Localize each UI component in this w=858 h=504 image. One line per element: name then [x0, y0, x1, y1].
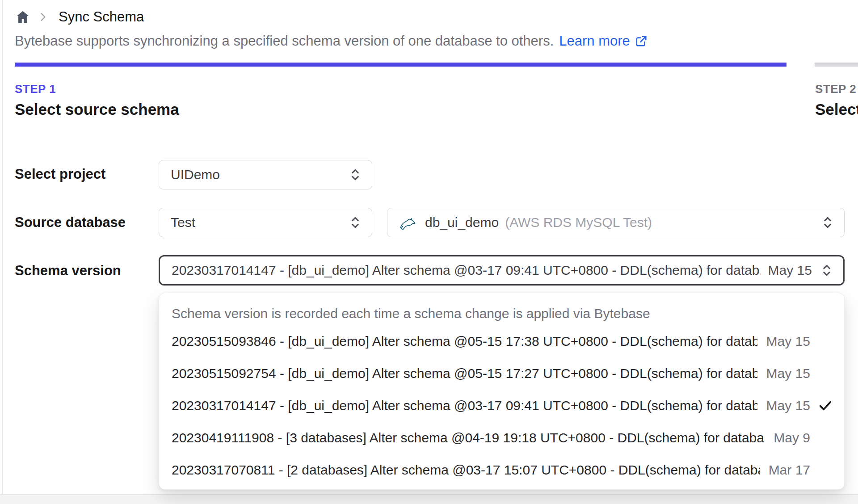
option-date: May 15 [766, 366, 810, 381]
mysql-icon [399, 214, 417, 231]
step-1-label: STEP 1 [15, 82, 179, 96]
schema-version-select-date: May 15 [768, 263, 812, 278]
learn-more-label: Learn more [559, 33, 630, 49]
progress-bar-step2 [815, 63, 858, 67]
check-icon [810, 430, 833, 446]
step-2-label: STEP 2 [815, 82, 858, 96]
option-date: Mar 17 [769, 462, 810, 478]
progress-bar-step1 [15, 63, 786, 67]
sync-schema-page: Sync Schema Bytebase supports synchroniz… [0, 0, 858, 504]
option-text: 20230419111908 - [3 databases] Alter sch… [172, 430, 765, 445]
check-icon [810, 462, 833, 478]
chevron-up-down-icon [820, 263, 833, 278]
check-icon [810, 398, 833, 414]
schema-version-option[interactable]: 20230515093846 - [db_ui_demo] Alter sche… [159, 325, 844, 357]
select-project-label: Select project [15, 166, 105, 182]
environment-select[interactable]: Test [159, 208, 372, 237]
schema-version-option[interactable]: 20230317014147 - [db_ui_demo] Alter sche… [159, 390, 844, 422]
chevron-up-down-icon [349, 167, 362, 182]
schema-version-select-value: 20230317014147 - [db_ui_demo] Alter sche… [172, 263, 761, 278]
step-1: STEP 1 Select source schema [15, 82, 179, 118]
project-select[interactable]: UIDemo [159, 160, 372, 189]
chevron-up-down-icon [349, 215, 362, 230]
database-select-detail: (AWS RDS MySQL Test) [505, 215, 821, 230]
home-icon[interactable] [15, 9, 31, 25]
schema-version-option[interactable]: 20230515092754 - [db_ui_demo] Alter sche… [159, 357, 844, 390]
step-2-title: Select t [815, 101, 858, 118]
schema-version-dropdown: Schema version is recorded each time a s… [159, 293, 845, 490]
option-text: 20230515093846 - [db_ui_demo] Alter sche… [172, 334, 757, 349]
chevron-up-down-icon [821, 215, 834, 230]
schema-version-option-list: 20230515093846 - [db_ui_demo] Alter sche… [159, 325, 844, 486]
schema-version-label: Schema version [15, 263, 121, 279]
database-select[interactable]: db_ui_demo (AWS RDS MySQL Test) [387, 208, 845, 237]
option-text: 20230317070811 - [2 databases] Alter sch… [172, 462, 760, 478]
step-1-title: Select source schema [15, 101, 179, 118]
option-date: May 9 [774, 430, 810, 445]
project-select-value: UIDemo [171, 167, 349, 182]
schema-version-option[interactable]: 20230317070811 - [2 databases] Alter sch… [159, 454, 844, 486]
option-text: 20230317014147 - [db_ui_demo] Alter sche… [172, 398, 757, 413]
environment-select-value: Test [171, 215, 349, 230]
option-date: May 15 [766, 398, 810, 413]
source-database-label: Source database [15, 214, 126, 231]
bottom-section-edge [0, 494, 858, 504]
check-icon [810, 333, 833, 349]
breadcrumb: Sync Schema [15, 7, 144, 27]
dropdown-hint-text: Schema version is recorded each time a s… [159, 302, 844, 325]
content-left-divider [2, 0, 3, 504]
page-title: Sync Schema [59, 9, 144, 25]
schema-version-select[interactable]: 20230317014147 - [db_ui_demo] Alter sche… [159, 255, 845, 286]
page-description: Bytebase supports synchronizing a specif… [15, 33, 648, 49]
schema-version-option[interactable]: 20230419111908 - [3 databases] Alter sch… [159, 422, 844, 454]
database-select-value: db_ui_demo [425, 215, 499, 230]
option-date: May 15 [766, 334, 810, 349]
chevron-right-icon [37, 11, 49, 23]
check-icon [810, 365, 833, 382]
description-text: Bytebase supports synchronizing a specif… [15, 33, 554, 49]
option-text: 20230515092754 - [db_ui_demo] Alter sche… [172, 366, 757, 381]
external-link-icon [635, 34, 648, 48]
step-2: STEP 2 Select t [815, 82, 858, 118]
learn-more-link[interactable]: Learn more [559, 33, 648, 49]
